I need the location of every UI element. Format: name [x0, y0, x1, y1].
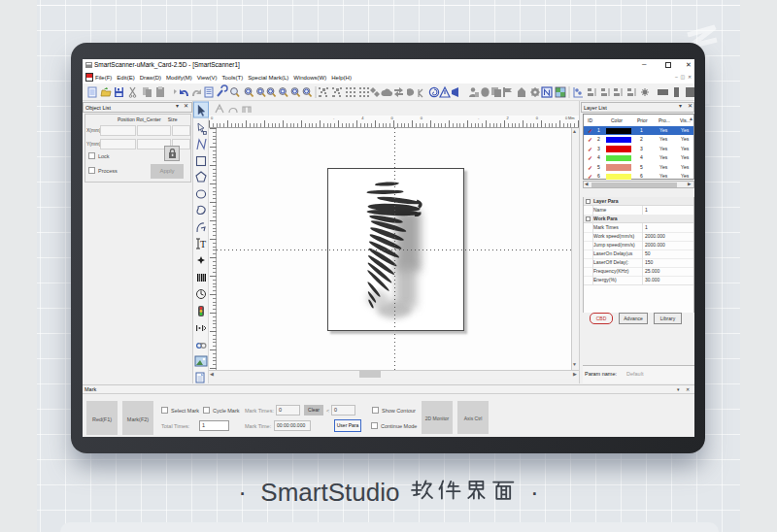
- svg-text:T: T: [200, 239, 206, 249]
